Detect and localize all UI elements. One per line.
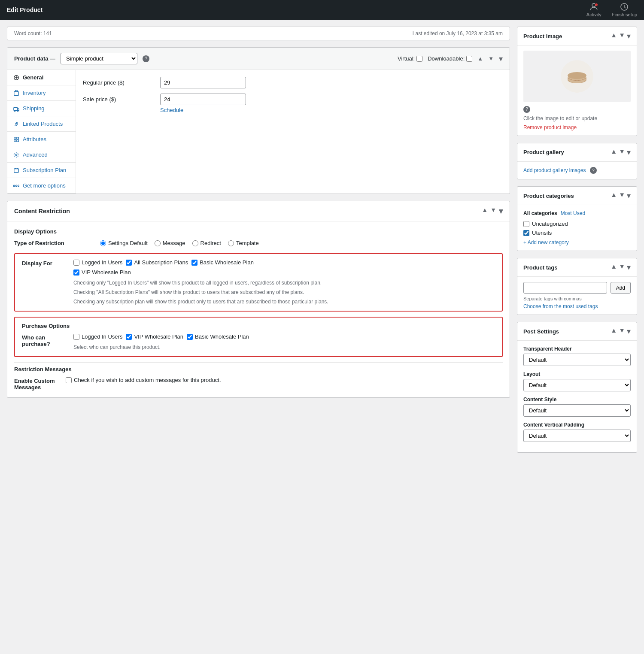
collapse-down-icon[interactable]: ▼ [488,55,494,62]
tab-linked-products[interactable]: Linked Products [7,116,76,132]
schedule-link[interactable]: Schedule [160,107,246,113]
section-collapse-icon[interactable]: ▾ [499,206,503,216]
downloadable-check[interactable]: Downloadable: [428,55,472,62]
category-utensils-check[interactable] [523,230,529,236]
collapse-icon[interactable]: ▾ [499,54,503,64]
virtual-checkbox[interactable] [416,56,422,62]
check-all-subscription-plans-input[interactable] [126,260,132,266]
post-settings-down-icon[interactable]: ▼ [619,327,625,336]
radio-settings-default[interactable]: Settings Default [100,240,148,246]
tab-attributes[interactable]: Attributes [7,132,76,147]
tab-shipping[interactable]: Shipping [7,101,76,116]
radio-redirect-input[interactable] [192,240,198,246]
downloadable-checkbox[interactable] [466,56,472,62]
gallery-up-icon[interactable]: ▲ [611,148,617,157]
check-all-subscription-plans[interactable]: All Subscription Plans [126,259,188,266]
section-down-icon[interactable]: ▼ [490,206,496,216]
tab-get-more-options[interactable]: Get more options [7,178,76,194]
gallery-down-icon[interactable]: ▼ [619,148,625,157]
product-tags-card: Product tags ▲ ▼ ▾ Add Separate tags wit… [517,258,637,315]
category-uncategorized: Uncategorized [523,221,631,227]
product-data-label: Product data — [14,55,55,62]
choose-most-used-tags-link[interactable]: Choose from the most used tags [523,303,598,309]
transparent-header-select[interactable]: Default [523,354,631,366]
virtual-check[interactable]: Virtual: [398,55,422,62]
post-settings-collapse-icon[interactable]: ▾ [627,327,631,336]
finish-setup-button[interactable]: Finish setup [612,3,637,17]
check-all-subscription-plans-label: All Subscription Plans [134,259,188,266]
purchase-logged-in[interactable]: Logged In Users [73,333,122,340]
radio-template-input[interactable] [228,240,234,246]
radio-message[interactable]: Message [155,240,185,246]
gallery-collapse-icon[interactable]: ▾ [627,148,631,157]
tab-general[interactable]: General [7,70,76,85]
check-vip-wholesale-plan-input[interactable] [73,269,79,276]
gallery-help-icon[interactable]: ? [590,167,597,174]
remove-image-link[interactable]: Remove product image [523,124,577,130]
purchase-vip[interactable]: VIP Wholesale Plan [126,333,183,340]
purchase-logged-in-input[interactable] [73,334,79,340]
product-image-body: ? Click the image to edit or update Remo… [517,45,637,136]
layout-select[interactable]: Default [523,379,631,391]
check-vip-wholesale-plan[interactable]: VIP Wholesale Plan [73,269,131,276]
tabs-sidebar: General Inventory Shipping Linked P [7,70,76,194]
radio-settings-default-input[interactable] [100,240,106,246]
post-settings-card: Post Settings ▲ ▼ ▾ Transparent Header D… [517,322,637,453]
purchase-basic-input[interactable] [187,334,193,340]
product-image-up-icon[interactable]: ▲ [611,31,617,41]
radio-redirect-label: Redirect [200,240,221,246]
category-tabs: All categories Most Used [523,210,631,216]
check-basic-wholesale-plan[interactable]: Basic Wholesale Plan [191,259,254,266]
check-logged-in-users[interactable]: Logged In Users [73,259,122,266]
page-wrapper: Edit Product Activity Finish setup [0,0,644,654]
display-for-checkboxes-row2: VIP Wholesale Plan [73,269,495,276]
all-categories-tab[interactable]: All categories [523,210,557,216]
product-type-select[interactable]: Simple product Grouped product External/… [61,53,137,64]
product-image-placeholder[interactable] [523,51,631,102]
tab-advanced[interactable]: Advanced [7,147,76,163]
post-settings-up-icon[interactable]: ▲ [611,327,617,336]
regular-price-input[interactable] [160,77,246,88]
product-image-help-icon[interactable]: ? [523,106,530,113]
transparent-header-label: Transparent Header [523,346,631,352]
check-basic-wholesale-plan-input[interactable] [191,260,197,266]
product-tags-header: Product tags ▲ ▼ ▾ [517,258,637,277]
activity-button[interactable]: Activity [586,3,601,17]
product-type-help-icon[interactable]: ? [143,55,149,62]
check-logged-in-users-input[interactable] [73,260,79,266]
post-settings-title: Post Settings [523,328,559,335]
most-used-tab[interactable]: Most Used [561,210,585,216]
purchase-basic[interactable]: Basic Wholesale Plan [187,333,249,340]
product-categories-header: Product categories ▲ ▼ ▾ [517,187,637,205]
tags-add-button[interactable]: Add [611,282,631,294]
radio-redirect[interactable]: Redirect [192,240,221,246]
categories-down-icon[interactable]: ▼ [619,191,625,200]
radio-template-label: Template [236,240,259,246]
tags-down-icon[interactable]: ▼ [619,263,625,272]
product-tags-body: Add Separate tags with commas Choose fro… [517,277,637,315]
section-up-icon[interactable]: ▲ [482,206,488,216]
content-style-select[interactable]: Default [523,404,631,417]
product-image-collapse-icon[interactable]: ▾ [627,31,631,41]
enable-custom-messages-input[interactable] [66,377,72,383]
tags-collapse-icon[interactable]: ▾ [627,263,631,272]
collapse-up-icon[interactable]: ▲ [477,55,483,62]
content-vertical-padding-label: Content Vertical Padding [523,422,631,428]
category-uncategorized-check[interactable] [523,221,529,227]
categories-collapse-icon[interactable]: ▾ [627,191,631,200]
radio-template[interactable]: Template [228,240,259,246]
content-vertical-padding-select[interactable]: Default [523,430,631,442]
add-new-category-link[interactable]: + Add new category [523,239,631,245]
check-vip-wholesale-plan-label: VIP Wholesale Plan [82,269,131,276]
radio-message-input[interactable] [155,240,161,246]
tab-inventory[interactable]: Inventory [7,85,76,101]
tags-up-icon[interactable]: ▲ [611,263,617,272]
categories-up-icon[interactable]: ▲ [611,191,617,200]
sale-price-input[interactable] [160,94,246,105]
product-image-down-icon[interactable]: ▼ [619,31,625,41]
add-gallery-images-link[interactable]: Add product gallery images [523,167,586,173]
purchase-vip-input[interactable] [126,334,132,340]
enable-custom-messages-check[interactable]: Check if you wish to add custom messages… [66,377,503,383]
tab-subscription-plan[interactable]: Subscription Plan [7,163,76,178]
tags-input[interactable] [523,282,607,294]
